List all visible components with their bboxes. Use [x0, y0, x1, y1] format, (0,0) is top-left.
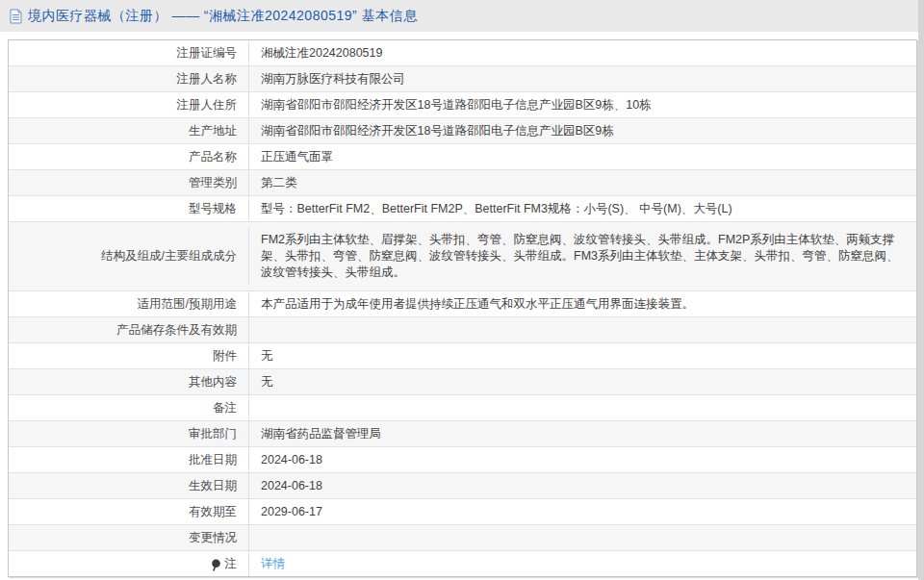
row-label: 备注: [9, 395, 249, 420]
table-row: 结构及组成/主要组成成分 FM2系列由主体软垫、眉撑架、头带扣、弯管、防窒息阀、…: [9, 221, 916, 290]
details-link[interactable]: 详情: [261, 556, 285, 572]
row-label: 适用范围/预期用途: [9, 291, 249, 316]
table-row: 型号规格 型号：BetterFit FM2、BetterFit FM2P、Bet…: [9, 195, 916, 221]
row-value-text: FM2系列由主体软垫、眉撑架、头带扣、弯管、防窒息阀、波纹管转接头、头带组成。F…: [261, 232, 903, 281]
row-label: 注册人住所: [9, 92, 249, 117]
row-label: 产品储存条件及有效期: [9, 317, 249, 342]
table-row: 变更情况: [9, 524, 916, 550]
table-row: 产品名称 正压通气面罩: [9, 143, 916, 169]
row-label: 管理类别: [9, 170, 249, 195]
row-value: 湖南省邵阳市邵阳经济开发区18号道路邵阳电子信息产业园B区9栋、10栋: [249, 92, 916, 117]
row-value: 无: [249, 369, 916, 394]
table-row-note: 注 详情: [9, 550, 916, 576]
document-icon: [10, 9, 22, 24]
row-label: 注册证编号: [9, 40, 249, 65]
row-value: 2024-06-18: [249, 473, 916, 498]
row-value: 湘械注准20242080519: [249, 40, 916, 65]
row-value: 正压通气面罩: [249, 144, 916, 169]
table-row: 注册证编号 湘械注准20242080519: [9, 40, 916, 65]
row-label: 注: [9, 551, 249, 576]
table-row: 其他内容 无: [9, 368, 916, 394]
pin-icon: [211, 559, 221, 571]
row-value: [249, 317, 916, 342]
row-label: 型号规格: [9, 196, 249, 221]
row-label: 批准日期: [9, 447, 249, 472]
table-row: 注册人住所 湖南省邵阳市邵阳经济开发区18号道路邵阳电子信息产业园B区9栋、10…: [9, 91, 916, 117]
table-row: 产品储存条件及有效期: [9, 316, 916, 342]
row-value: 湖南省邵阳市邵阳经济开发区18号道路邵阳电子信息产业园B区9栋: [249, 118, 916, 143]
table-row: 适用范围/预期用途 本产品适用于为成年使用者提供持续正压通气和双水平正压通气用界…: [9, 290, 916, 316]
row-label: 附件: [9, 343, 249, 368]
row-label: 生效日期: [9, 473, 249, 498]
row-label: 其他内容: [9, 369, 249, 394]
table-row: 管理类别 第二类: [9, 169, 916, 195]
scrollbar-track[interactable]: [918, 0, 924, 580]
table-row: 附件 无: [9, 342, 916, 368]
table-row: 生产地址 湖南省邵阳市邵阳经济开发区18号道路邵阳电子信息产业园B区9栋: [9, 117, 916, 143]
row-value: 2029-06-17: [249, 499, 916, 524]
row-label: 审批部门: [9, 421, 249, 446]
row-label: 产品名称: [9, 144, 249, 169]
page-title: 境内医疗器械（注册） —— “湘械注准20242080519” 基本信息: [28, 8, 418, 25]
row-label: 生产地址: [9, 118, 249, 143]
table-row: 审批部门 湖南省药品监督管理局: [9, 420, 916, 446]
row-value: 型号：BetterFit FM2、BetterFit FM2P、BetterFi…: [249, 196, 916, 221]
row-value: 第二类: [249, 170, 916, 195]
row-value: 详情: [249, 551, 916, 576]
row-label: 结构及组成/主要组成成分: [9, 228, 249, 285]
row-value: 无: [249, 343, 916, 368]
row-value: [249, 395, 916, 420]
row-label: 有效期至: [9, 499, 249, 524]
row-value: FM2系列由主体软垫、眉撑架、头带扣、弯管、防窒息阀、波纹管转接头、头带组成。F…: [249, 228, 916, 285]
table-row: 生效日期 2024-06-18: [9, 472, 916, 498]
row-value: [249, 525, 916, 550]
table-row: 有效期至 2029-06-17: [9, 498, 916, 524]
table-row: 注册人名称 湖南万脉医疗科技有限公司: [9, 65, 916, 91]
row-label: 注册人名称: [9, 66, 249, 91]
row-label: 变更情况: [9, 525, 249, 550]
row-label-text: 注: [225, 556, 238, 572]
table-row: 批准日期 2024-06-18: [9, 446, 916, 472]
row-value: 湖南省药品监督管理局: [249, 421, 916, 446]
table-row: 备注: [9, 394, 916, 420]
row-value: 本产品适用于为成年使用者提供持续正压通气和双水平正压通气用界面连接装置。: [249, 291, 916, 316]
header-bar: 境内医疗器械（注册） —— “湘械注准20242080519” 基本信息: [0, 0, 918, 32]
row-value: 湖南万脉医疗科技有限公司: [249, 66, 916, 91]
registration-info-table: 注册证编号 湘械注准20242080519 注册人名称 湖南万脉医疗科技有限公司…: [8, 39, 917, 577]
row-value: 2024-06-18: [249, 447, 916, 472]
